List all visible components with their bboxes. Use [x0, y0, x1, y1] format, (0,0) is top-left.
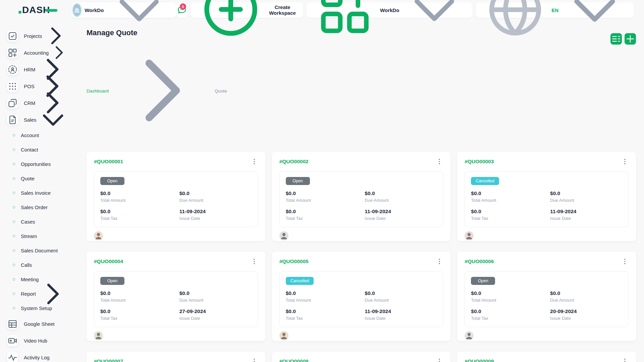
sidebar-subitem-sales-invoice[interactable]: Sales Invoice	[7, 186, 85, 200]
quote-card: #QUO00009 Open $0.0 Total Amount $0.0 Du…	[457, 352, 636, 362]
bullet-circle-icon	[12, 235, 15, 238]
language-menu-button[interactable]: EN	[476, 2, 634, 18]
issue-date-label: Issue Date	[550, 316, 622, 321]
card-menu-button[interactable]	[251, 158, 258, 165]
total-amount-label: Total Amount	[471, 198, 547, 203]
workspace-building-icon	[73, 4, 81, 16]
card-menu-button[interactable]	[621, 358, 629, 362]
sidebar-item-projects[interactable]: Projects	[7, 27, 85, 44]
add-quote-button[interactable]	[625, 33, 636, 45]
due-amount-label: Due Amount	[365, 298, 437, 303]
total-amount-label: Total Amount	[286, 198, 362, 203]
bullet-circle-icon	[12, 206, 15, 209]
messages-button[interactable]: 0	[176, 2, 187, 18]
card-menu-button[interactable]	[436, 158, 443, 165]
activity-log-icon	[7, 352, 18, 362]
sidebar-item-activity-log[interactable]: Activity Log	[7, 349, 85, 362]
app-header: DASH WorkDo 0 Create Workspace WorkDo EN	[0, 0, 644, 20]
quote-summary: Cancelled $0.0 Total Amount $0.0 Due Amo…	[465, 171, 629, 227]
create-workspace-button[interactable]: Create Workspace	[191, 2, 303, 18]
sidebar-subitem-report[interactable]: Report	[7, 287, 85, 301]
assignee-avatar[interactable]	[94, 231, 103, 240]
sidebar-item-video-hub[interactable]: Video Hub	[7, 332, 85, 349]
messages-badge: 0	[180, 3, 186, 10]
sidebar-item-label: HRM	[24, 67, 35, 72]
quote-number-link[interactable]: #QUO00006	[465, 258, 494, 264]
person-icon	[279, 231, 288, 240]
sidebar-subitem-label: Sales Document	[21, 248, 58, 253]
due-amount-label: Due Amount	[550, 198, 622, 203]
sidebar-subitem-contact[interactable]: Contact	[7, 142, 85, 157]
total-amount-value: $0.0	[471, 290, 547, 296]
sidebar-item-sales[interactable]: Sales	[7, 111, 85, 128]
app-logo[interactable]: DASH	[18, 5, 57, 15]
status-badge: Cancelled	[286, 277, 314, 285]
sidebar-subitem-quote[interactable]: Quote	[7, 171, 85, 186]
quote-card: #QUO00003 Cancelled $0.0 Total Amount $0…	[457, 152, 636, 241]
sidebar-item-label: Activity Log	[24, 355, 50, 360]
total-tax-value: $0.0	[286, 208, 362, 215]
issue-date-value: 11-09-2024	[365, 308, 437, 314]
sidebar-subitem-sales-order[interactable]: Sales Order	[7, 200, 85, 215]
quote-number-link[interactable]: #QUO00009	[465, 358, 494, 362]
person-icon	[94, 231, 103, 240]
card-menu-button[interactable]	[436, 258, 443, 265]
sidebar-subitem-calls[interactable]: Calls	[7, 258, 85, 272]
quote-number-link[interactable]: #QUO00003	[465, 159, 494, 165]
total-amount-value: $0.0	[286, 190, 362, 196]
quote-number-link[interactable]: #QUO00002	[279, 159, 309, 165]
total-amount-value: $0.0	[471, 190, 547, 196]
logo-dot-shape	[18, 11, 21, 14]
sidebar: ProjectsAccountingHRMPOSCRMSalesAccountC…	[0, 20, 85, 362]
workspace-selector[interactable]: WorkDo	[71, 2, 176, 18]
assignee-avatar[interactable]	[279, 331, 288, 340]
card-menu-button[interactable]	[251, 358, 258, 362]
breadcrumb-dashboard-link[interactable]: Dashboard	[87, 88, 109, 94]
quote-summary: Open $0.0 Total Amount $0.0 Due Amount $…	[94, 271, 258, 327]
sidebar-subitem-label: Quote	[21, 176, 35, 181]
dots-vertical-icon	[436, 258, 443, 265]
account-menu-button[interactable]: WorkDo	[307, 2, 473, 18]
list-view-button[interactable]	[610, 33, 622, 45]
sidebar-subitem-opportunities[interactable]: Opportunities	[7, 157, 85, 171]
issue-date-value: 27-09-2024	[179, 308, 252, 314]
dots-vertical-icon	[621, 358, 629, 362]
view-actions	[610, 33, 636, 45]
quote-number-link[interactable]: #QUO00001	[94, 159, 123, 165]
quote-card: #QUO00006 Open $0.0 Total Amount $0.0 Du…	[457, 252, 636, 341]
total-tax-label: Total Tax	[471, 316, 547, 321]
card-menu-button[interactable]	[621, 158, 629, 165]
card-menu-button[interactable]	[436, 358, 443, 362]
sidebar-subitem-stream[interactable]: Stream	[7, 229, 85, 243]
dots-vertical-icon	[436, 358, 443, 362]
due-amount-value: $0.0	[365, 190, 437, 196]
quote-summary: Cancelled $0.0 Total Amount $0.0 Due Amo…	[279, 271, 443, 327]
total-amount-label: Total Amount	[100, 298, 176, 303]
assignee-avatar[interactable]	[279, 231, 288, 240]
quote-number-link[interactable]: #QUO00007	[94, 358, 123, 362]
sidebar-subitem-label: Stream	[21, 233, 37, 239]
card-menu-button[interactable]	[251, 258, 258, 265]
sidebar-item-label: Google Sheet	[24, 321, 55, 327]
total-tax-value: $0.0	[471, 208, 547, 215]
card-menu-button[interactable]	[621, 258, 629, 265]
list-icon	[610, 33, 622, 45]
assignee-avatar[interactable]	[465, 231, 474, 240]
due-amount-label: Due Amount	[179, 298, 252, 303]
assignee-avatar[interactable]	[94, 331, 103, 340]
quote-number-link[interactable]: #QUO00008	[279, 358, 309, 362]
assignee-avatar[interactable]	[465, 331, 474, 340]
person-icon	[465, 231, 474, 240]
dots-vertical-icon	[436, 158, 443, 165]
total-tax-value: $0.0	[286, 308, 362, 314]
sidebar-subitem-sales-document[interactable]: Sales Document	[7, 243, 85, 258]
sidebar-item-google-sheet[interactable]: Google Sheet	[7, 315, 85, 332]
total-tax-value: $0.0	[100, 208, 176, 215]
chevron-right-icon	[111, 40, 212, 141]
quote-number-link[interactable]: #QUO00005	[279, 258, 309, 264]
sidebar-subitem-cases[interactable]: Cases	[7, 215, 85, 229]
status-badge: Open	[286, 177, 310, 185]
bullet-circle-icon	[12, 249, 15, 252]
total-tax-value: $0.0	[471, 308, 547, 314]
quote-number-link[interactable]: #QUO00004	[94, 258, 123, 264]
